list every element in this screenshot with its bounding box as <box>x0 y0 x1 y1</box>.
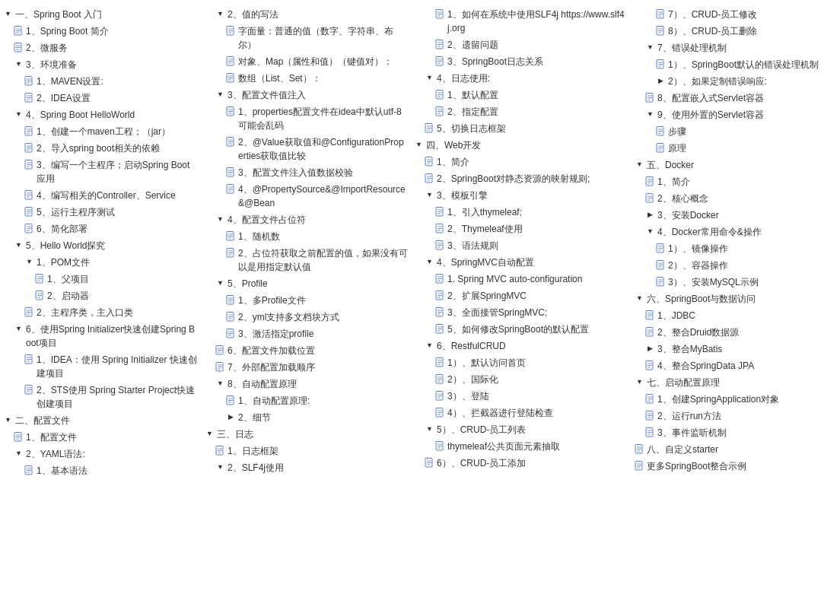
list-item[interactable]: 1、简介 <box>635 173 837 190</box>
list-item[interactable]: 1、创建一个maven工程；（jar） <box>3 123 199 140</box>
list-item[interactable]: ▶3、整合MyBatis <box>635 341 837 357</box>
list-item[interactable]: 1）、镜像操作 <box>635 240 837 257</box>
list-item[interactable]: ▼4、日志使用: <box>414 70 628 87</box>
list-item[interactable]: 5、如何修改SpringBoot的默认配置 <box>414 321 628 338</box>
list-item[interactable]: ▼4、Spring Boot HelloWorld <box>3 106 199 123</box>
list-item[interactable]: 7）、CRUD-员工修改 <box>635 6 837 23</box>
list-item[interactable]: 数组（List、Set）： <box>205 70 408 87</box>
list-item[interactable]: ▶2、细节 <box>205 409 408 426</box>
list-item[interactable]: 1. Spring MVC auto-configuration <box>414 271 628 287</box>
list-item[interactable]: 2、主程序类，主入口类 <box>3 304 199 321</box>
list-item[interactable]: ▼5、Profile <box>205 275 408 292</box>
list-item[interactable]: 2、启动器 <box>3 287 199 304</box>
list-item[interactable]: 2、核心概念 <box>635 190 837 207</box>
list-item[interactable]: ▼2、YAML语法: <box>3 446 199 462</box>
list-item[interactable]: ▼4、配置文件占位符 <box>205 211 408 228</box>
list-item[interactable]: ▼四、Web开发 <box>414 137 628 154</box>
list-item[interactable]: ▼三、日志 <box>205 426 408 443</box>
list-item[interactable]: 6）、CRUD-员工添加 <box>414 455 628 472</box>
list-item[interactable]: 2、运行run方法 <box>635 408 837 424</box>
list-item[interactable]: 1、如何在系统中使用SLF4j https://www.slf4j.org <box>414 6 628 37</box>
list-item[interactable]: 1、MAVEN设置: <box>3 73 199 90</box>
list-item[interactable]: 2、指定配置 <box>414 103 628 120</box>
list-item[interactable]: 2、@Value获取值和@ConfigurationProperties获取值比… <box>205 134 408 164</box>
list-item[interactable]: 3、激活指定profile <box>205 325 408 342</box>
list-item[interactable]: 原理 <box>635 140 837 157</box>
list-item[interactable]: 1、创建SpringApplication对象 <box>635 391 837 408</box>
list-item[interactable]: 3、编写一个主程序；启动Spring Boot应用 <box>3 157 199 187</box>
list-item[interactable]: 3、全面接管SpringMVC; <box>414 304 628 321</box>
list-item[interactable]: 6、简化部署 <box>3 221 199 237</box>
list-item[interactable]: 更多SpringBoot整合示例 <box>635 458 837 475</box>
list-item[interactable]: 1、默认配置 <box>414 87 628 103</box>
list-item[interactable]: ▼4、Docker常用命令&操作 <box>635 224 837 240</box>
list-item[interactable]: 字面量：普通的值（数字、字符串、布尔） <box>205 23 408 53</box>
list-item[interactable]: 1、基本语法 <box>3 462 199 479</box>
list-item[interactable]: 1、随机数 <box>205 228 408 245</box>
list-item[interactable]: 8）、CRUD-员工删除 <box>635 23 837 40</box>
list-item[interactable]: 5、运行主程序测试 <box>3 204 199 221</box>
list-item[interactable]: 1、父项目 <box>3 271 199 287</box>
list-item[interactable]: 4、编写相关的Controller、Service <box>3 187 199 204</box>
list-item[interactable]: ▼1、POM文件 <box>3 254 199 271</box>
list-item[interactable]: 2、导入spring boot相关的依赖 <box>3 140 199 157</box>
list-item[interactable]: 3、语法规则 <box>414 237 628 254</box>
list-item[interactable]: 1、properties配置文件在idea中默认utf-8可能会乱码 <box>205 103 408 134</box>
list-item[interactable]: 2、占位符获取之前配置的值，如果没有可以是用指定默认值 <box>205 245 408 275</box>
list-item[interactable]: 2、微服务 <box>3 40 199 56</box>
list-item[interactable]: 3）、安装MySQL示例 <box>635 274 837 291</box>
list-item[interactable]: 4）、拦截器进行登陆检查 <box>414 405 628 421</box>
list-item[interactable]: 2、IDEA设置 <box>3 90 199 106</box>
list-item[interactable]: ▼5、Hello World探究 <box>3 237 199 254</box>
list-item[interactable]: 1、IDEA：使用 Spring Initializer 快速创建项目 <box>3 351 199 382</box>
list-item[interactable]: 3、配置文件注入值数据校验 <box>205 164 408 181</box>
list-item[interactable]: ▼二、配置文件 <box>3 412 199 429</box>
list-item[interactable]: 4、整合SpringData JPA <box>635 357 837 374</box>
list-item[interactable]: thymeleaf公共页面元素抽取 <box>414 438 628 455</box>
list-item[interactable]: ▼五、Docker <box>635 157 837 173</box>
list-item[interactable]: ▶2）、如果定制错误响应: <box>635 73 837 90</box>
list-item[interactable]: ▼一、Spring Boot 入门 <box>3 6 199 23</box>
list-item[interactable]: ▼3、环境准备 <box>3 56 199 73</box>
list-item[interactable]: ▼6、使用Spring Initializer快速创建Spring Boot项目 <box>3 321 199 351</box>
list-item[interactable]: ▼3、配置文件值注入 <box>205 87 408 103</box>
list-item[interactable]: ▼七、启动配置原理 <box>635 374 837 391</box>
list-item[interactable]: 1、Spring Boot 简介 <box>3 23 199 40</box>
list-item[interactable]: ▼8、自动配置原理 <box>205 376 408 392</box>
list-item[interactable]: 2、Thymeleaf使用 <box>414 221 628 237</box>
list-item[interactable]: 2、yml支持多文档块方式 <box>205 309 408 325</box>
list-item[interactable]: ▼六、SpringBoot与数据访问 <box>635 291 837 307</box>
list-item[interactable]: 2、扩展SpringMVC <box>414 287 628 304</box>
list-item[interactable]: ▼4、SpringMVC自动配置 <box>414 254 628 271</box>
list-item[interactable]: 2）、国际化 <box>414 371 628 388</box>
list-item[interactable]: 2、遗留问题 <box>414 37 628 53</box>
list-item[interactable]: 2、STS使用 Spring Starter Project快速创建项目 <box>3 382 199 412</box>
list-item[interactable]: 2）、容器操作 <box>635 257 837 274</box>
list-item[interactable]: 4、@PropertySource&@ImportResource&@Bean <box>205 181 408 211</box>
list-item[interactable]: ▼5）、CRUD-员工列表 <box>414 421 628 438</box>
list-item[interactable]: 1、引入thymeleaf; <box>414 204 628 221</box>
list-item[interactable]: 对象、Map（属性和值）（键值对）： <box>205 53 408 70</box>
list-item[interactable]: 8、配置嵌入式Servlet容器 <box>635 90 837 106</box>
list-item[interactable]: 1、简介 <box>414 154 628 170</box>
list-item[interactable]: 八、自定义starter <box>635 441 837 458</box>
list-item[interactable]: 6、配置文件加载位置 <box>205 342 408 359</box>
list-item[interactable]: 1、配置文件 <box>3 429 199 446</box>
list-item[interactable]: ▼6、RestfulCRUD <box>414 338 628 354</box>
list-item[interactable]: 2、整合Druid数据源 <box>635 324 837 341</box>
list-item[interactable]: ▶3、安装Docker <box>635 207 837 224</box>
list-item[interactable]: ▼3、模板引擎 <box>414 187 628 204</box>
list-item[interactable]: 3）、登陆 <box>414 388 628 405</box>
list-item[interactable]: 2、SpringBoot对静态资源的映射规则; <box>414 170 628 187</box>
list-item[interactable]: 1、日志框架 <box>205 443 408 459</box>
list-item[interactable]: 7、外部配置加载顺序 <box>205 359 408 376</box>
list-item[interactable]: 1、JDBC <box>635 307 837 324</box>
list-item[interactable]: 5、切换日志框架 <box>414 120 628 137</box>
list-item[interactable]: 1）、SpringBoot默认的错误处理机制 <box>635 56 837 73</box>
list-item[interactable]: 3、SpringBoot日志关系 <box>414 53 628 70</box>
list-item[interactable]: ▼2、SLF4j使用 <box>205 459 408 476</box>
list-item[interactable]: ▼9、使用外置的Servlet容器 <box>635 106 837 123</box>
list-item[interactable]: 步骤 <box>635 123 837 140</box>
list-item[interactable]: 1）、默认访问首页 <box>414 354 628 371</box>
list-item[interactable]: 1、多Profile文件 <box>205 292 408 309</box>
